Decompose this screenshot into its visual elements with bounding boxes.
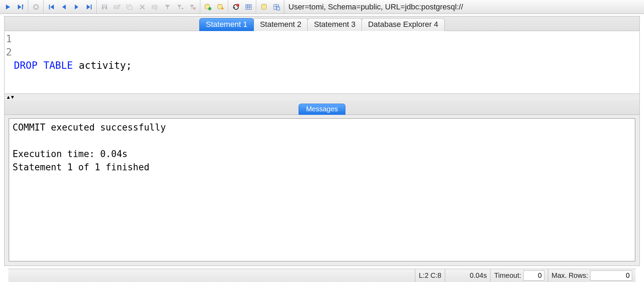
work-area: Statement 1 Statement 2 Statement 3 Data…: [0, 14, 644, 282]
toolbar-group-tx: !: [228, 0, 256, 14]
sql-editor[interactable]: 1 2 DROP TABLE activity; COMMIT;: [5, 31, 639, 94]
toolbar-group-explorer: [256, 0, 284, 14]
run-current-button[interactable]: I: [15, 1, 27, 13]
svg-text:+: +: [119, 4, 121, 7]
toolbar-group-stop: [28, 0, 44, 14]
bulk-update-button[interactable]: [149, 1, 161, 13]
svg-marker-9: [75, 5, 78, 9]
status-maxrows-label: Max. Rows:: [552, 272, 588, 280]
svg-marker-29: [181, 8, 184, 9]
horizontal-splitter[interactable]: ▲▼: [5, 94, 639, 100]
code-line: DROP TABLE activity;: [14, 59, 132, 72]
messages-frame: COMMIT executed successfully Execution t…: [5, 115, 639, 266]
tab-statement-3[interactable]: Statement 3: [307, 18, 362, 31]
toolbar-group-nav: [44, 0, 97, 14]
connection-info: User=tomi, Schema=public, URL=jdbc:postg…: [284, 0, 643, 14]
main-toolbar: I + ! User=tomi, Schema=public, URL=jdbc…: [0, 0, 644, 14]
autocommit-button[interactable]: !: [230, 1, 242, 13]
tab-statement-1[interactable]: Statement 1: [199, 18, 254, 31]
line-number: 1: [6, 32, 12, 46]
toolbar-group-db: [200, 0, 228, 14]
db-commit-button[interactable]: [202, 1, 214, 13]
svg-rect-5: [35, 6, 37, 8]
svg-marker-28: [177, 5, 181, 9]
toolbar-group-edit: +: [97, 0, 200, 14]
db-explorer-button[interactable]: [258, 1, 270, 13]
svg-marker-1: [18, 5, 21, 9]
tab-database-explorer-4[interactable]: Database Explorer 4: [362, 18, 445, 31]
db-rollback-button[interactable]: [215, 1, 227, 13]
prev-row-button[interactable]: [58, 1, 70, 13]
messages-panel: Messages COMMIT executed successfully Ex…: [5, 100, 639, 266]
status-timeout: Timeout:: [490, 269, 548, 282]
svg-marker-27: [165, 5, 170, 9]
editor-gutter: 1 2: [5, 31, 13, 94]
insert-row-button[interactable]: +: [111, 1, 123, 13]
filter-button[interactable]: [162, 1, 173, 13]
svg-rect-49: [277, 7, 280, 10]
stop-button[interactable]: [30, 1, 42, 13]
toolbar-group-run: I: [1, 0, 28, 14]
status-exec-time: 0.04s: [445, 269, 490, 282]
svg-text:I: I: [23, 4, 23, 7]
tab-messages[interactable]: Messages: [299, 104, 345, 115]
db-objects-button[interactable]: [271, 1, 282, 13]
splitter-handle-icon: ▲▼: [6, 94, 14, 100]
messages-tabs: Messages: [5, 100, 639, 115]
svg-marker-8: [62, 5, 66, 9]
svg-rect-23: [152, 5, 157, 9]
status-bar: L:2 C:8 0.04s Timeout: Max. Rows:: [8, 269, 636, 282]
status-cursor: L:2 C:8: [415, 269, 445, 282]
maxrows-input[interactable]: [590, 270, 632, 281]
first-row-button[interactable]: [45, 1, 57, 13]
svg-rect-15: [114, 6, 119, 9]
svg-point-34: [208, 7, 212, 10]
line-number: 2: [6, 46, 12, 59]
svg-marker-26: [155, 9, 156, 10]
work-area-inner: Statement 1 Statement 2 Statement 3 Data…: [4, 16, 640, 266]
svg-rect-6: [49, 5, 50, 9]
clear-filter-button[interactable]: [187, 1, 199, 13]
copy-row-button[interactable]: [124, 1, 136, 13]
timeout-input[interactable]: [523, 270, 544, 281]
filter-dropdown-button[interactable]: [174, 1, 186, 13]
next-row-button[interactable]: [71, 1, 83, 13]
run-button[interactable]: [2, 1, 14, 13]
statement-tabs: Statement 1 Statement 2 Statement 3 Data…: [5, 16, 639, 31]
svg-marker-10: [87, 5, 90, 9]
svg-marker-0: [6, 5, 10, 9]
svg-rect-14: [103, 7, 106, 9]
last-row-button[interactable]: [83, 1, 95, 13]
svg-rect-11: [91, 5, 92, 9]
status-maxrows: Max. Rows:: [548, 269, 636, 282]
result-grid-button[interactable]: [243, 1, 255, 13]
svg-marker-30: [190, 5, 194, 9]
svg-rect-13: [103, 5, 106, 7]
delete-row-button[interactable]: [136, 1, 148, 13]
status-empty: [8, 269, 415, 282]
svg-marker-36: [222, 7, 224, 10]
svg-marker-7: [50, 5, 54, 9]
editor-code[interactable]: DROP TABLE activity; COMMIT;: [13, 31, 135, 94]
status-timeout-label: Timeout:: [494, 272, 521, 280]
save-button[interactable]: [99, 1, 110, 13]
tab-statement-2[interactable]: Statement 2: [253, 18, 308, 31]
svg-rect-20: [128, 6, 132, 9]
messages-output[interactable]: COMMIT executed successfully Execution t…: [9, 118, 635, 261]
svg-text:!: !: [237, 4, 238, 7]
svg-rect-40: [246, 5, 251, 9]
